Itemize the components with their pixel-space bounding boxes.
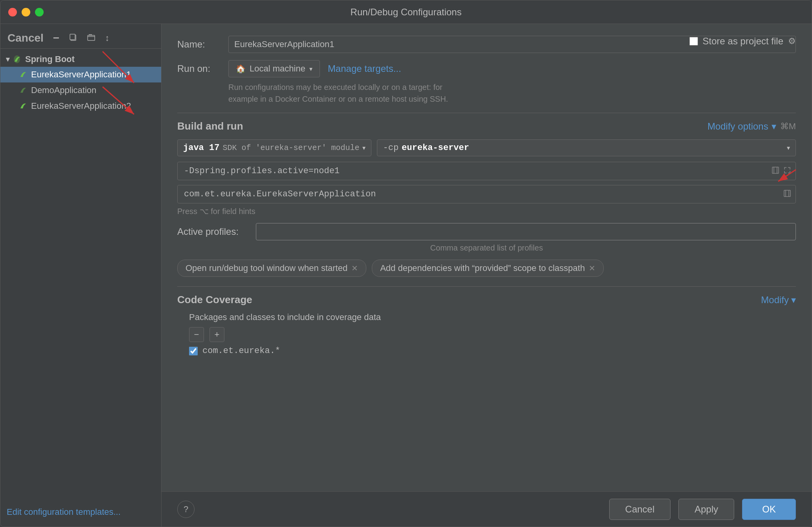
expand-main-class-button[interactable] — [783, 189, 791, 199]
sidebar-group-spring-boot[interactable]: ▾ Spring Boot — [0, 52, 161, 67]
coverage-item-checkbox[interactable] — [189, 347, 198, 355]
coverage-item: com.et.eureka.* — [189, 346, 796, 356]
svg-rect-8 — [772, 167, 779, 173]
vm-options-input[interactable] — [177, 162, 796, 180]
store-project-checkbox[interactable] — [689, 37, 698, 46]
run-on-dropdown[interactable]: 🏠 Local machine ▾ — [228, 60, 320, 77]
spring-boot-group-label: Spring Boot — [25, 54, 75, 64]
help-button[interactable]: ? — [177, 501, 195, 518]
coverage-modify-button[interactable]: Modify ▾ — [761, 295, 796, 306]
store-project-label: Store as project file — [703, 36, 783, 47]
sidebar-item-eureka1[interactable]: EurekaServerApplication1 — [0, 67, 161, 82]
home-icon: 🏠 — [236, 64, 246, 73]
move-into-folder-button[interactable] — [85, 31, 97, 45]
svg-rect-1 — [70, 34, 75, 40]
field-hints: Press ⌥ for field hints — [177, 207, 796, 216]
chevron-down-icon: ▾ — [309, 65, 312, 73]
active-profiles-row: Active profiles: — [177, 223, 796, 240]
classpath-chevron-icon: ▾ — [787, 144, 790, 152]
coverage-packages-label: Packages and classes to include in cover… — [189, 312, 796, 322]
name-label: Name: — [177, 39, 228, 50]
spring-icon-eureka1 — [18, 70, 28, 80]
main-class-row — [177, 185, 796, 203]
vm-input-actions — [772, 166, 791, 176]
coverage-item-label: com.et.eureka.* — [202, 346, 280, 356]
title-bar-buttons — [8, 8, 44, 16]
sort-button[interactable]: ↕ — [103, 32, 111, 44]
svg-rect-11 — [784, 190, 790, 196]
apply-button[interactable]: Apply — [678, 499, 734, 520]
build-run-section-header: Build and run Modify options ▾ ⌘M — [177, 120, 796, 132]
active-profiles-label: Active profiles: — [177, 226, 256, 237]
window-title: Run/Debug Configurations — [351, 7, 462, 18]
tag-run-debug: Open run/debug tool window when started … — [177, 260, 366, 277]
right-panel-wrapper: Name: Store as project file ⚙ Run on: 🏠 — [162, 24, 812, 527]
coverage-toolbar: − + — [189, 327, 796, 342]
vm-options-row — [177, 162, 796, 180]
classpath-value-label: eureka-server — [402, 143, 469, 153]
run-on-label: Run on: — [177, 63, 228, 74]
java-version-label: java 17 — [183, 143, 219, 153]
run-hint: Run configurations may be executed local… — [228, 81, 796, 105]
spring-boot-icon — [12, 54, 22, 64]
minimize-button[interactable] — [22, 8, 30, 16]
coverage-modify-chevron-icon: ▾ — [791, 295, 796, 306]
tag-dependencies-label: Add dependencies with “provided” scope t… — [380, 263, 585, 273]
cancel-button[interactable]: Cancel — [609, 499, 671, 520]
sidebar-item-eureka2[interactable]: EurekaServerApplication2 — [0, 98, 161, 114]
sidebar-item-label-eureka1: EurekaServerApplication1 — [31, 70, 131, 80]
profiles-hint: Comma separated list of profiles — [177, 243, 796, 253]
bottom-bar: ? Cancel Apply OK — [162, 491, 812, 527]
copy-config-button[interactable] — [67, 31, 79, 45]
modify-options-button[interactable]: Modify options ▾ — [707, 121, 776, 132]
run-hint-line1: Run configurations may be executed local… — [228, 83, 443, 91]
build-run-title: Build and run — [177, 120, 243, 132]
local-machine-label: Local machine — [250, 64, 305, 74]
tag-dependencies: Add dependencies with “provided” scope t… — [372, 260, 604, 277]
tag-dependencies-close-button[interactable]: ✕ — [589, 264, 595, 273]
coverage-modify-label: Modify — [761, 295, 789, 306]
java-sdk-dropdown[interactable]: java 17 SDK of 'eureka-server' module ▾ — [177, 139, 371, 156]
spring-icon-eureka2 — [18, 101, 28, 111]
modify-shortcut: ⌘M — [780, 121, 796, 132]
run-hint-line2: example in a Docker Container or on a re… — [228, 95, 448, 103]
build-java-row: java 17 SDK of 'eureka-server' module ▾ … — [177, 139, 796, 156]
coverage-header: Code Coverage Modify ▾ — [177, 294, 796, 306]
coverage-section: Code Coverage Modify ▾ Packages and clas… — [177, 286, 796, 356]
title-bar: Run/Debug Configurations — [0, 0, 812, 24]
spring-icon-demo — [18, 85, 28, 95]
classpath-prefix-label: -cp — [383, 143, 399, 153]
sidebar-item-label-eureka2: EurekaServerApplication2 — [31, 101, 131, 111]
coverage-title: Code Coverage — [177, 294, 252, 306]
tag-run-debug-close-button[interactable]: ✕ — [351, 264, 358, 273]
right-panel: Name: Store as project file ⚙ Run on: 🏠 — [162, 24, 812, 491]
fullscreen-vm-input-button[interactable] — [783, 166, 791, 176]
manage-targets-link[interactable]: Manage targets... — [328, 63, 401, 74]
main-class-input[interactable] — [177, 185, 796, 203]
add-config-button[interactable]: Cancel — [6, 31, 45, 45]
ok-button[interactable]: OK — [742, 499, 796, 520]
field-hints-text: Press ⌥ for field hints — [177, 207, 255, 216]
modify-options-label: Modify options — [707, 121, 768, 132]
sidebar-item-demo[interactable]: DemoApplication — [0, 82, 161, 98]
divider-1 — [177, 113, 796, 113]
active-profiles-input[interactable] — [256, 223, 796, 240]
java-sdk-detail-label: SDK of 'eureka-server' module — [222, 143, 359, 152]
close-button[interactable] — [8, 8, 17, 16]
svg-rect-2 — [88, 35, 95, 40]
maximize-button[interactable] — [35, 8, 44, 16]
store-project-gear-button[interactable]: ⚙ — [788, 36, 796, 46]
tags-row: Open run/debug tool window when started … — [177, 260, 796, 277]
edit-config-templates-link[interactable]: Edit configuration templates... — [0, 501, 161, 523]
sidebar: Cancel − ↕ — [0, 24, 162, 527]
run-on-row: Run on: 🏠 Local machine ▾ Manage targets… — [177, 60, 796, 77]
chevron-down-icon-modify: ▾ — [772, 121, 776, 132]
group-arrow-icon: ▾ — [6, 55, 9, 64]
classpath-dropdown[interactable]: -cp eureka-server ▾ — [377, 139, 796, 156]
tag-run-debug-label: Open run/debug tool window when started — [186, 263, 347, 273]
sidebar-item-label-demo: DemoApplication — [31, 85, 96, 95]
coverage-remove-button[interactable]: − — [189, 327, 204, 342]
expand-vm-input-button[interactable] — [772, 166, 779, 176]
coverage-add-button[interactable]: + — [209, 327, 224, 342]
remove-config-button[interactable]: − — [51, 31, 61, 45]
